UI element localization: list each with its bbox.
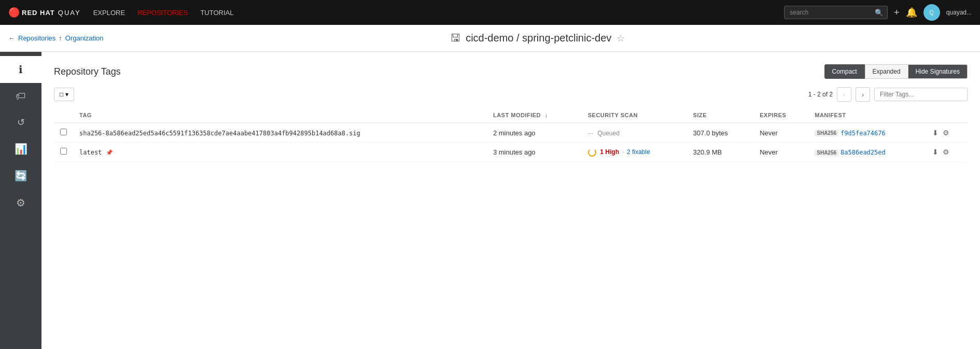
actions-dropdown[interactable]: □ ▾: [54, 88, 74, 101]
nav-actions: + 🔔 Q quayad...: [894, 4, 972, 21]
logo[interactable]: 🔴 RED HAT QUAY: [8, 7, 81, 18]
row2-size-cell: 320.9 MB: [687, 143, 754, 162]
row1-modified-cell: 2 minutes ago: [487, 123, 582, 143]
tag-icon: 🏷: [16, 90, 26, 102]
row1-manifest-badge: SHA256 f9d5fea74676: [815, 130, 886, 137]
table-header: TAG LAST MODIFIED ↓ SECURITY SCAN SIZE E…: [54, 108, 968, 123]
row2-checkbox[interactable]: [60, 148, 67, 155]
tags-title: Repository Tags: [54, 66, 121, 77]
prev-page-button[interactable]: ‹: [837, 87, 851, 102]
row1-checkbox-cell: [54, 123, 73, 143]
row1-security-status: Queued: [597, 130, 620, 137]
avatar[interactable]: Q: [923, 4, 940, 21]
row1-sha-label: SHA256: [815, 130, 838, 136]
repo-name: cicd-demo / spring-petclinic-dev: [466, 32, 611, 44]
row1-settings-button[interactable]: ⚙: [943, 129, 949, 137]
table-toolbar: □ ▾ 1 - 2 of 2 ‹ ›: [54, 87, 968, 102]
notifications-icon[interactable]: 🔔: [906, 7, 917, 18]
page-info: 1 - 2 of 2: [808, 91, 833, 98]
row2-security-high: 1 High: [600, 148, 619, 156]
nav-explore[interactable]: EXPLORE: [93, 9, 125, 17]
repo-title: 🖫 cicd-demo / spring-petclinic-dev ☆: [103, 32, 972, 44]
search-input[interactable]: [784, 6, 888, 19]
add-button[interactable]: +: [894, 7, 900, 18]
sidebar-item-history[interactable]: ↺: [0, 109, 41, 135]
row1-sha-link[interactable]: f9d5fea74676: [841, 130, 886, 137]
select-all-header: [54, 108, 73, 123]
pin-icon: 📌: [106, 149, 113, 156]
row1-manifest-cell: SHA256 f9d5fea74676: [808, 123, 926, 143]
sidebar-item-usage[interactable]: 📊: [0, 135, 41, 162]
view-toggle: Compact Expanded Hide Signatures: [824, 64, 968, 79]
row2-checkbox-cell: [54, 143, 73, 162]
row1-size-cell: 307.0 bytes: [687, 123, 754, 143]
row1-actions: ⬇ ⚙: [932, 129, 961, 137]
pagination: 1 - 2 of 2 ‹ ›: [808, 87, 968, 102]
row2-manifest-cell: SHA256 8a586ead25ed: [808, 143, 926, 162]
star-icon[interactable]: ☆: [617, 33, 625, 44]
quay-text: QUAY: [58, 9, 81, 17]
organization-breadcrumb[interactable]: Organization: [65, 34, 104, 42]
main-content: Repository Tags Compact Expanded Hide Si…: [41, 52, 980, 349]
repositories-breadcrumb[interactable]: Repositories: [18, 34, 55, 42]
user-name[interactable]: quayad...: [946, 9, 972, 16]
info-icon: ℹ: [19, 63, 23, 76]
sync-icon: 🔄: [15, 170, 27, 182]
size-column-header: SIZE: [687, 108, 754, 123]
dropdown-arrow-icon: ▾: [65, 91, 68, 98]
manifest-column-header: MANIFEST: [808, 108, 926, 123]
row1-checkbox[interactable]: [60, 129, 67, 135]
history-icon: ↺: [17, 117, 25, 128]
search-icon[interactable]: 🔍: [875, 9, 884, 17]
row2-actions-cell: ⬇ ⚙: [926, 143, 968, 162]
row1-last-modified: 2 minutes ago: [493, 129, 536, 137]
table-row: sha256-8a586ead25ed5a46c5591f136358cde7a…: [54, 123, 968, 143]
row1-actions-cell: ⬇ ⚙: [926, 123, 968, 143]
top-navigation: 🔴 RED HAT QUAY EXPLORE REPOSITORIES TUTO…: [0, 0, 980, 25]
nav-tutorial[interactable]: TUTORIAL: [200, 9, 233, 17]
next-page-button[interactable]: ›: [856, 87, 870, 102]
sidebar-item-sync[interactable]: 🔄: [0, 162, 41, 189]
security-separator: ·: [622, 148, 624, 156]
row1-tag-name: sha256-8a586ead25ed5a46c5591f136358cde7a…: [79, 130, 360, 137]
last-modified-column-header: LAST MODIFIED ↓: [487, 108, 582, 123]
sidebar-item-settings[interactable]: ⚙: [0, 189, 41, 216]
security-spinner-icon: [588, 148, 596, 157]
row2-settings-button[interactable]: ⚙: [943, 148, 949, 156]
expanded-view-button[interactable]: Expanded: [865, 64, 908, 79]
sidebar-item-info[interactable]: ℹ: [0, 56, 41, 83]
row2-tag-name: latest: [79, 149, 102, 156]
row2-actions: ⬇ ⚙: [932, 148, 961, 156]
queued-dots-icon: ···: [588, 129, 594, 137]
checkbox-placeholder: □: [60, 91, 63, 98]
redhat-icon: 🔴: [8, 7, 20, 18]
actions-column-header: [926, 108, 968, 123]
filter-tags-input[interactable]: [874, 88, 968, 101]
table-body: sha256-8a586ead25ed5a46c5591f136358cde7a…: [54, 123, 968, 162]
row2-tag-cell: latest 📌: [73, 143, 487, 162]
row1-size: 307.0 bytes: [693, 129, 728, 137]
hide-signatures-button[interactable]: Hide Signatures: [908, 64, 968, 79]
nav-repositories[interactable]: REPOSITORIES: [137, 9, 188, 17]
row2-modified-cell: 3 minutes ago: [487, 143, 582, 162]
database-icon: 🖫: [450, 32, 460, 44]
nav-links: EXPLORE REPOSITORIES TUTORIAL: [93, 9, 234, 17]
redhat-text: RED HAT: [22, 9, 55, 17]
row1-expires-cell: Never: [753, 123, 808, 143]
row1-download-button[interactable]: ⬇: [932, 129, 939, 137]
sidebar-item-tags[interactable]: 🏷: [0, 83, 41, 109]
back-arrow-icon: ←: [8, 34, 15, 42]
row1-security-cell: ··· Queued: [582, 123, 687, 143]
table-row: latest 📌 3 minutes ago 1 High · 2 fixabl…: [54, 143, 968, 162]
tags-header: Repository Tags Compact Expanded Hide Si…: [54, 64, 968, 79]
row2-manifest-badge: SHA256 8a586ead25ed: [815, 149, 886, 156]
row2-sha-link[interactable]: 8a586ead25ed: [841, 149, 886, 156]
row1-expires: Never: [760, 129, 778, 137]
security-scan-column-header: SECURITY SCAN: [582, 108, 687, 123]
compact-view-button[interactable]: Compact: [824, 64, 865, 79]
search-box: 🔍: [784, 6, 888, 19]
row2-expires-cell: Never: [753, 143, 808, 162]
sort-icon: ↓: [545, 112, 548, 118]
main-layout: ℹ 🏷 ↺ 📊 🔄 ⚙ Repository Tags Compact Expa…: [0, 52, 980, 349]
row2-download-button[interactable]: ⬇: [932, 148, 939, 156]
